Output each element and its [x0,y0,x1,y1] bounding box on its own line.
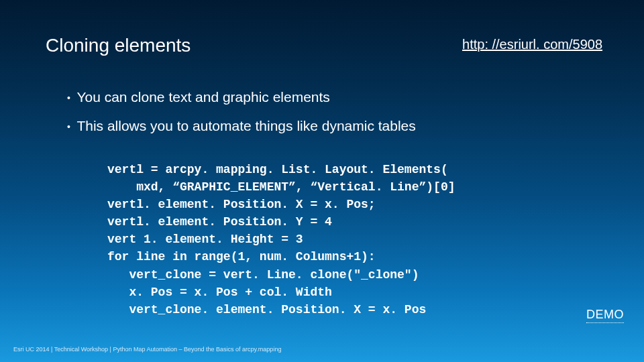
slide-title: Cloning elements [46,35,191,56]
demo-link[interactable]: DEMO [586,308,624,323]
bullet-item: • You can clone text and graphic element… [67,87,604,107]
bullet-text: You can clone text and graphic elements [76,89,329,105]
bullet-list: • You can clone text and graphic element… [67,87,604,145]
bullet-dot-icon: • [67,93,70,103]
code-snippet: vertl = arcpy. mapping. List. Layout. El… [107,161,455,318]
bullet-dot-icon: • [67,121,70,132]
footer-text: Esri UC 2014 | Technical Workshop | Pyth… [13,346,281,353]
reference-url[interactable]: http: //esriurl. com/5908 [462,37,602,52]
bullet-text: This allows you to automate things like … [76,118,415,133]
bullet-item: • This allows you to automate things lik… [67,116,604,135]
